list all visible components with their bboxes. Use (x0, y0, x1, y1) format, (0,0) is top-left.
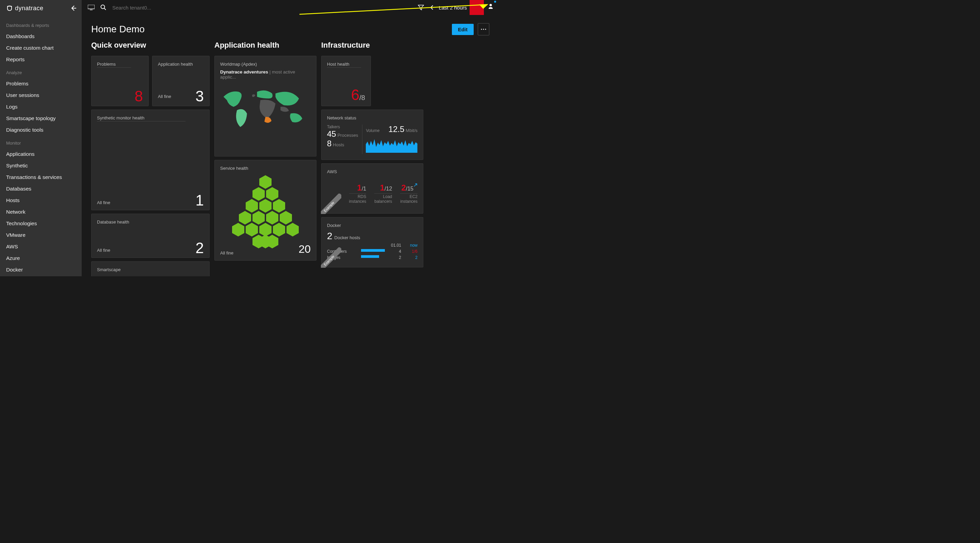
svg-marker-15 (273, 199, 285, 213)
svg-marker-11 (253, 187, 265, 201)
sidebar-item-technologies[interactable]: Technologies (0, 218, 82, 229)
sidebar-item-synthetic[interactable]: Synthetic (0, 160, 82, 171)
worldmap-icon (220, 79, 311, 137)
volume-label: Volume (366, 128, 379, 133)
search-icon[interactable] (97, 2, 110, 14)
volume-value: 12.5 (388, 124, 404, 134)
sidebar: dynatrace Dashboards & reports Dashboard… (0, 0, 82, 276)
svg-marker-13 (246, 199, 258, 213)
svg-marker-12 (266, 187, 278, 201)
tile-docker[interactable]: Docker 2Docker hosts 01.01now Containers… (321, 217, 423, 267)
hosthealth-count: 6/8 (351, 87, 365, 102)
sidebar-group-title: Analyze (0, 65, 82, 78)
svg-marker-28 (273, 223, 285, 237)
sidebar-item-azure[interactable]: Azure (0, 252, 82, 264)
edit-button[interactable]: Edit (452, 24, 474, 35)
external-link-icon (414, 183, 417, 187)
timeframe-prev[interactable] (427, 3, 437, 12)
sidebar-item-logs[interactable]: Logs (0, 101, 82, 113)
sidebar-item-transactions[interactable]: Transactions & services (0, 171, 82, 183)
sidebar-item-docker[interactable]: Docker (0, 264, 82, 276)
monitor-icon[interactable] (85, 2, 97, 14)
tile-title: Application health (158, 62, 193, 67)
filter-icon[interactable] (415, 2, 427, 14)
service-status: All fine (220, 251, 234, 256)
tile-problems[interactable]: Problems 8 (91, 56, 149, 106)
apphealth-count: 3 (196, 89, 204, 104)
talkers-label: Talkers (327, 124, 358, 129)
tile-smartscape[interactable]: Smartscape (91, 261, 210, 276)
tile-title: AWS (327, 169, 361, 175)
main-content: Home Demo Edit Quick overview Problems 8… (82, 15, 499, 276)
tile-apphealth-small[interactable]: Application health All fine 3 (152, 56, 210, 106)
tile-database[interactable]: Database health All fine 2 (91, 214, 210, 258)
svg-line-3 (104, 8, 106, 10)
aws-ec2: 2/15 EC2instances (400, 183, 417, 204)
problems-count: 8 (135, 89, 143, 104)
brand[interactable]: dynatrace (0, 5, 82, 18)
topbar: Last 2 hours (82, 0, 499, 15)
docker-table: 01.01now Containers41/6 Images22 (327, 243, 417, 260)
tile-title: Service health (220, 166, 254, 171)
sidebar-item-user-sessions[interactable]: User sessions (0, 89, 82, 101)
svg-marker-25 (246, 223, 258, 237)
tile-host-health[interactable]: Host health 6/8 (321, 56, 371, 106)
sidebar-item-diagnostic[interactable]: Diagnostic tools (0, 124, 82, 136)
svg-marker-16 (239, 211, 251, 225)
sidebar-item-aws[interactable]: AWS (0, 241, 82, 252)
sidebar-item-vmware[interactable]: VMware (0, 229, 82, 241)
sidebar-group-title: Monitor (0, 136, 82, 148)
sidebar-item-network[interactable]: Network (0, 206, 82, 218)
tile-synthetic[interactable]: Synthetic monitor health All fine 1 (91, 110, 210, 210)
hosts-value: 8 (327, 139, 331, 148)
tile-title: Docker (327, 223, 361, 229)
worldmap-subtitle: Dynatrace adventures | most active appli… (220, 70, 311, 79)
tile-status: All fine (158, 94, 171, 99)
svg-point-8 (483, 29, 484, 30)
tile-service-health[interactable]: Service health (215, 160, 317, 260)
timeframe-selector[interactable]: Last 2 hours (437, 5, 469, 11)
search-input[interactable] (112, 5, 173, 11)
svg-rect-0 (88, 5, 95, 9)
database-count: 2 (196, 241, 204, 256)
column-title-quick: Quick overview (91, 41, 210, 50)
ellipsis-icon (481, 29, 486, 30)
synthetic-count: 1 (196, 193, 204, 208)
sidebar-item-applications[interactable]: Applications (0, 148, 82, 160)
sidebar-item-databases[interactable]: Databases (0, 183, 82, 195)
svg-marker-24 (286, 223, 299, 237)
svg-marker-18 (266, 211, 278, 225)
tile-aws[interactable]: AWS 1/1 RDSinstances 1/12 Loadbalancers … (321, 163, 423, 214)
svg-point-2 (101, 5, 105, 9)
column-title-infra: Infrastructure (321, 41, 423, 50)
svg-point-4 (490, 4, 492, 6)
tile-title: Problems (97, 62, 131, 68)
svg-marker-22 (259, 223, 272, 237)
tile-status: All fine (97, 200, 110, 205)
svg-point-9 (485, 29, 486, 30)
svg-point-7 (481, 29, 482, 30)
sidebar-item-dashboards[interactable]: Dashboards (0, 31, 82, 42)
user-menu-button[interactable] (486, 2, 495, 11)
column-title-apphealth: Application health (215, 41, 317, 50)
aws-lb: 1/12 Loadbalancers (374, 183, 392, 204)
alert-indicator[interactable] (469, 0, 484, 15)
service-count: 20 (298, 243, 311, 256)
sidebar-collapse-button[interactable] (70, 5, 77, 13)
sidebar-item-smartscape[interactable]: Smartscape topology (0, 113, 82, 124)
svg-marker-14 (259, 199, 272, 213)
svg-marker-10 (259, 175, 272, 189)
sidebar-item-problems[interactable]: Problems (0, 78, 82, 89)
page-title: Home Demo (91, 24, 452, 35)
tile-title: Worldmap (Apdex) (220, 62, 257, 67)
brand-text: dynatrace (15, 5, 43, 12)
tile-network-status[interactable]: Network status Talkers 45Processes 8Host… (321, 110, 423, 160)
sidebar-item-create-chart[interactable]: Create custom chart (0, 42, 82, 54)
sidebar-item-hosts[interactable]: Hosts (0, 195, 82, 206)
svg-marker-19 (280, 211, 292, 225)
brand-logo-icon (6, 5, 13, 12)
more-actions-button[interactable] (478, 23, 489, 35)
sidebar-item-reports[interactable]: Reports (0, 54, 82, 65)
network-sparkline-icon (366, 134, 417, 153)
tile-worldmap[interactable]: Worldmap (Apdex) Dynatrace adventures | … (215, 56, 317, 157)
